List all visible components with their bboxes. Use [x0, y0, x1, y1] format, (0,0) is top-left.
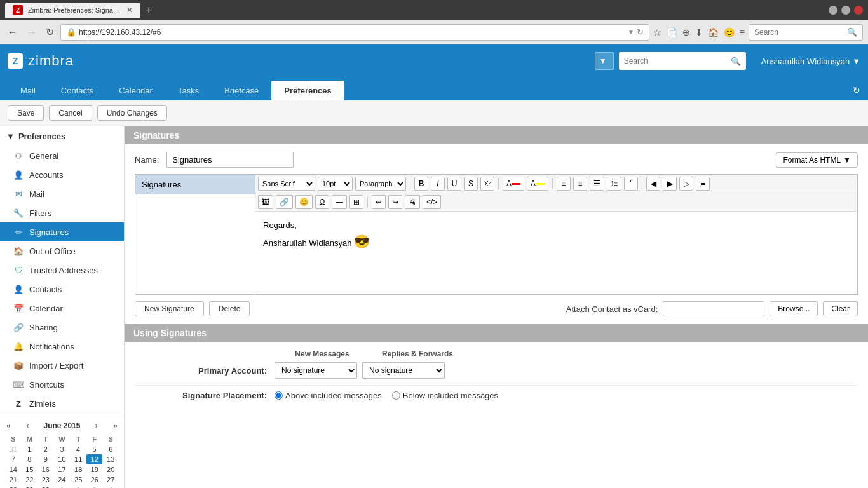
reload-button[interactable]: ↻ — [43, 25, 57, 39]
sidebar-item-accounts[interactable]: 👤 Accounts — [0, 165, 124, 184]
insert-image-button[interactable]: 🖼 — [258, 195, 273, 209]
calendar-day[interactable]: 12 — [86, 454, 103, 464]
calendar-day[interactable]: 27 — [102, 475, 119, 485]
cal-prev-button[interactable]: ‹ — [25, 421, 31, 430]
calendar-day[interactable]: 2 — [70, 485, 86, 488]
strikethrough-button[interactable]: S — [464, 177, 478, 191]
calendar-day[interactable]: 3 — [54, 444, 71, 454]
download-icon[interactable]: ⬇ — [695, 27, 703, 37]
forward-button[interactable]: → — [24, 25, 39, 39]
calendar-day[interactable]: 30 — [37, 485, 54, 488]
delete-signature-button[interactable]: Delete — [209, 301, 250, 316]
sidebar-item-filters[interactable]: 🔧 Filters — [0, 203, 124, 222]
insert-emoji-button[interactable]: 😊 — [295, 195, 313, 209]
tab-tasks[interactable]: Tasks — [165, 81, 212, 100]
sidebar-item-general[interactable]: ⚙ General — [0, 146, 124, 165]
calendar-day[interactable]: 8 — [22, 454, 38, 464]
editor-body[interactable]: Regards, Ansharullah Widiansyah 😎 — [255, 212, 857, 294]
menu-icon[interactable]: ≡ — [740, 27, 745, 37]
sidebar-item-contacts[interactable]: 👤 Contacts — [0, 280, 124, 299]
vcart-input[interactable] — [663, 301, 764, 316]
below-messages-radio[interactable] — [392, 391, 400, 400]
app-search-box[interactable]: 🔍 — [619, 52, 746, 70]
cancel-button[interactable]: Cancel — [49, 105, 92, 121]
calendar-day[interactable]: 13 — [102, 454, 119, 464]
sidebar-item-mail[interactable]: ✉ Mail — [0, 184, 124, 203]
tab-close-button[interactable]: ✕ — [126, 6, 133, 15]
calendar-day[interactable]: 17 — [54, 464, 71, 475]
calendar-day[interactable]: 1 — [54, 485, 71, 488]
calendar-day[interactable]: 5 — [86, 444, 103, 454]
sidebar-item-notifications[interactable]: 🔔 Notifications — [0, 337, 124, 356]
nav-refresh-button[interactable]: ↻ — [845, 80, 868, 100]
insert-link-button[interactable]: 🔗 — [276, 195, 293, 209]
indent-button[interactable]: ▷ — [679, 177, 693, 191]
calendar-day[interactable]: 2 — [37, 444, 54, 454]
user-info[interactable]: Ansharullah Widiansyah ▼ — [761, 57, 860, 66]
browse-button[interactable]: Browse... — [770, 301, 818, 316]
primary-account-new-messages-select[interactable]: No signature — [275, 362, 357, 379]
minimize-button[interactable] — [829, 6, 837, 15]
calendar-day[interactable]: 7 — [5, 454, 22, 464]
calendar-day[interactable]: 4 — [102, 485, 119, 488]
tab-preferences[interactable]: Preferences — [271, 81, 344, 100]
new-tab-button[interactable]: + — [146, 4, 153, 17]
calendar-day[interactable]: 9 — [37, 454, 54, 464]
calendar-day[interactable]: 25 — [70, 475, 86, 485]
sidebar-item-shortcuts[interactable]: ⌨ Shortcuts — [0, 375, 124, 394]
font-color-button[interactable]: A — [503, 177, 524, 191]
calendar-day[interactable]: 3 — [86, 485, 103, 488]
cal-prev-prev-button[interactable]: « — [5, 421, 12, 430]
tab-briefcase[interactable]: Briefcase — [212, 81, 271, 100]
align-center-button[interactable]: ≡ — [573, 177, 587, 191]
calendar-day[interactable]: 15 — [22, 464, 38, 475]
new-signature-button[interactable]: New Signature — [135, 301, 204, 316]
calendar-day[interactable]: 19 — [86, 464, 103, 475]
insert-table-button[interactable]: ⊞ — [349, 195, 363, 209]
align-right-button[interactable]: ▶ — [663, 177, 677, 191]
home-icon[interactable]: 🏠 — [708, 27, 719, 37]
calendar-day[interactable]: 31 — [5, 444, 22, 454]
calendar-day[interactable]: 10 — [54, 454, 71, 464]
tab-contacts[interactable]: Contacts — [48, 81, 106, 100]
browser-search-input[interactable] — [754, 28, 847, 37]
calendar-day[interactable]: 24 — [54, 475, 71, 485]
calendar-day[interactable]: 18 — [70, 464, 86, 475]
calendar-day[interactable]: 29 — [22, 485, 38, 488]
sidebar-item-calendar[interactable]: 📅 Calendar — [0, 299, 124, 318]
paragraph-select[interactable]: Paragraph — [355, 177, 406, 191]
sidebar-item-zimlets[interactable]: Z Zimlets — [0, 394, 124, 413]
calendar-day[interactable]: 23 — [37, 475, 54, 485]
ordered-list-button[interactable]: 1≡ — [607, 177, 621, 191]
save-button[interactable]: Save — [8, 105, 44, 121]
primary-account-replies-select[interactable]: No signature — [362, 362, 445, 379]
bold-button[interactable]: B — [414, 177, 428, 191]
print-button[interactable]: 🖨 — [405, 195, 420, 209]
calendar-day[interactable]: 6 — [102, 444, 119, 454]
calendar-day[interactable]: 26 — [86, 475, 103, 485]
calendar-day[interactable]: 1 — [22, 444, 38, 454]
above-messages-option[interactable]: Above included messages — [275, 391, 382, 400]
tab-mail[interactable]: Mail — [8, 81, 48, 100]
app-search-dropdown[interactable]: ▼ — [599, 57, 607, 65]
clear-button[interactable]: Clear — [823, 301, 858, 316]
below-messages-option[interactable]: Below included messages — [392, 391, 498, 400]
calendar-day[interactable]: 20 — [102, 464, 119, 475]
insert-symbol-button[interactable]: Ω — [315, 195, 329, 209]
back-button[interactable]: ← — [5, 25, 20, 39]
sig-name-input[interactable] — [166, 152, 294, 168]
pocket-icon[interactable]: ⊕ — [682, 27, 690, 37]
undo-changes-button[interactable]: Undo Changes — [97, 105, 167, 121]
underline-button[interactable]: U — [447, 177, 461, 191]
address-bar[interactable]: 🔒 https://192.168.43.12/#6 ▼ ↻ — [60, 24, 649, 41]
sidebar-item-importexport[interactable]: 📦 Import / Export — [0, 356, 124, 375]
cal-next-next-button[interactable]: » — [112, 421, 119, 430]
cal-next-button[interactable]: › — [93, 421, 98, 430]
tab-calendar[interactable]: Calendar — [106, 81, 165, 100]
calendar-day[interactable]: 16 — [37, 464, 54, 475]
superscript-button[interactable]: X² — [480, 177, 494, 191]
sig-list-item[interactable]: Signatures — [135, 175, 255, 194]
font-size-select[interactable]: 10pt — [318, 177, 353, 191]
sidebar-item-signatures[interactable]: ✏ Signatures — [0, 222, 124, 241]
calendar-day[interactable]: 4 — [70, 444, 86, 454]
